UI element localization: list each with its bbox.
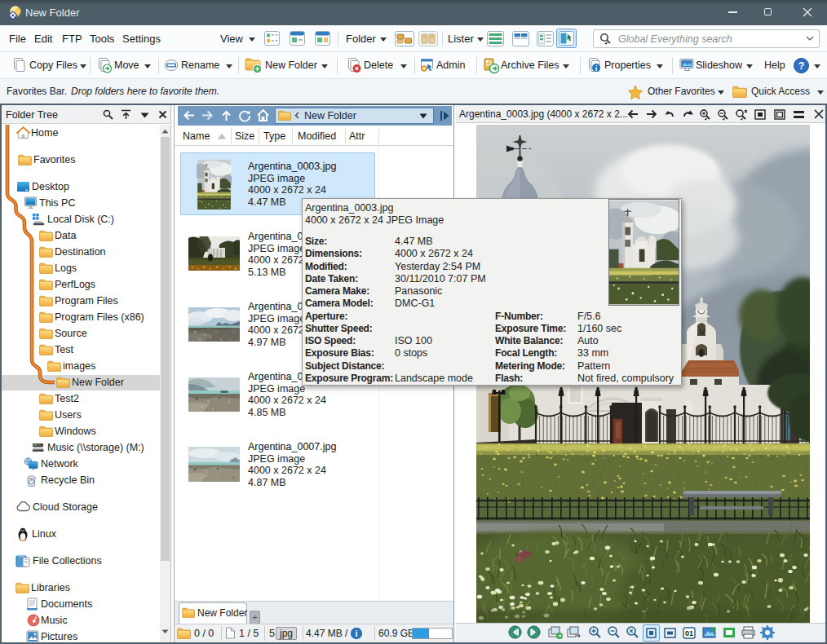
svg-text:01: 01	[685, 629, 693, 637]
svg-text:i: i	[595, 64, 598, 73]
svg-text:?: ?	[798, 60, 805, 72]
svg-text:i: i	[355, 629, 357, 638]
